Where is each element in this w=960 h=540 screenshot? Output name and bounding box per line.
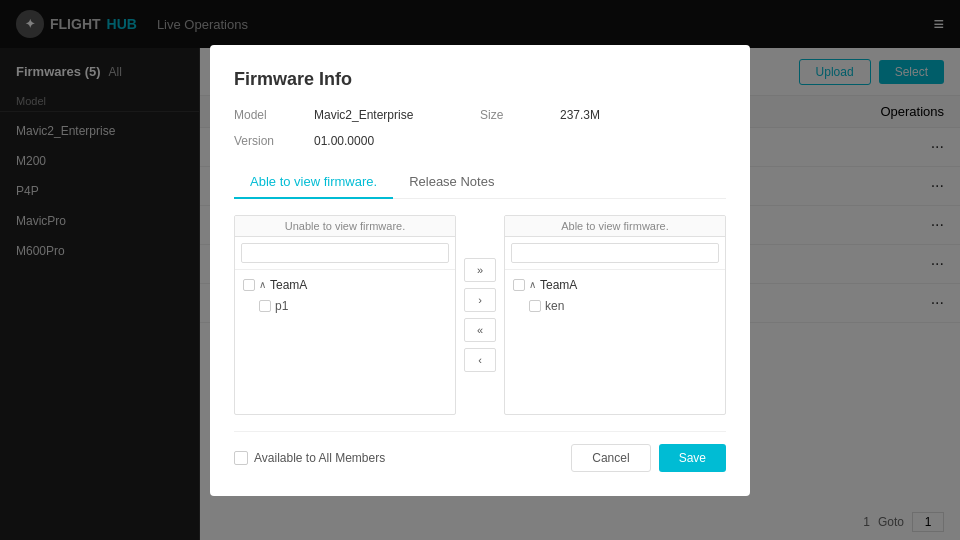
footer-left: Available to All Members: [234, 451, 385, 465]
right-item-checkbox[interactable]: [529, 300, 541, 312]
modal-info-grid: Model Mavic2_Enterprise Size 237.3M Vers…: [234, 106, 726, 150]
left-panel-search: [235, 237, 455, 270]
move-all-left-button[interactable]: «: [464, 318, 496, 342]
left-search-input[interactable]: [241, 243, 449, 263]
left-item-label: p1: [275, 299, 288, 313]
size-value: 237.3M: [560, 106, 726, 124]
available-checkbox[interactable]: [234, 451, 248, 465]
left-group-checkbox[interactable]: [243, 279, 255, 291]
modal-tabs: Able to view firmware. Release Notes: [234, 166, 726, 199]
modal-title: Firmware Info: [234, 69, 726, 90]
left-group-name: TeamA: [270, 278, 307, 292]
move-all-right-button[interactable]: »: [464, 258, 496, 282]
right-tree-item: ken: [505, 296, 725, 316]
right-item-label: ken: [545, 299, 564, 313]
right-group-header: ∧ TeamA: [505, 274, 725, 296]
left-panel: Unable to view firmware. ∧ TeamA p1: [234, 215, 456, 415]
right-panel-header: Able to view firmware.: [505, 216, 725, 237]
footer-right: Cancel Save: [571, 444, 726, 472]
left-tree-item: p1: [235, 296, 455, 316]
cancel-button[interactable]: Cancel: [571, 444, 650, 472]
model-label: Model: [234, 106, 314, 124]
right-search-input[interactable]: [511, 243, 719, 263]
right-panel-search: [505, 237, 725, 270]
right-panel-list: ∧ TeamA ken: [505, 270, 725, 414]
save-button[interactable]: Save: [659, 444, 726, 472]
modal-footer: Available to All Members Cancel Save: [234, 431, 726, 472]
size-label: Size: [480, 106, 560, 124]
right-panel: Able to view firmware. ∧ TeamA ken: [504, 215, 726, 415]
left-group-expand[interactable]: ∧: [259, 279, 266, 290]
move-left-button[interactable]: ‹: [464, 348, 496, 372]
right-group-name: TeamA: [540, 278, 577, 292]
modal-overlay: Firmware Info Model Mavic2_Enterprise Si…: [0, 0, 960, 540]
tab-release-notes[interactable]: Release Notes: [393, 166, 510, 199]
move-right-button[interactable]: ›: [464, 288, 496, 312]
transfer-controls: » › « ‹: [456, 215, 504, 415]
model-value: Mavic2_Enterprise: [314, 106, 480, 124]
left-item-checkbox[interactable]: [259, 300, 271, 312]
right-group-expand[interactable]: ∧: [529, 279, 536, 290]
version-value: 01.00.0000: [314, 132, 480, 150]
tab-able-to-view[interactable]: Able to view firmware.: [234, 166, 393, 199]
available-label: Available to All Members: [254, 451, 385, 465]
left-panel-list: ∧ TeamA p1: [235, 270, 455, 414]
transfer-area: Unable to view firmware. ∧ TeamA p1: [234, 215, 726, 415]
version-label: Version: [234, 132, 314, 150]
right-group-checkbox[interactable]: [513, 279, 525, 291]
firmware-info-modal: Firmware Info Model Mavic2_Enterprise Si…: [210, 45, 750, 496]
left-panel-header: Unable to view firmware.: [235, 216, 455, 237]
left-group-header: ∧ TeamA: [235, 274, 455, 296]
